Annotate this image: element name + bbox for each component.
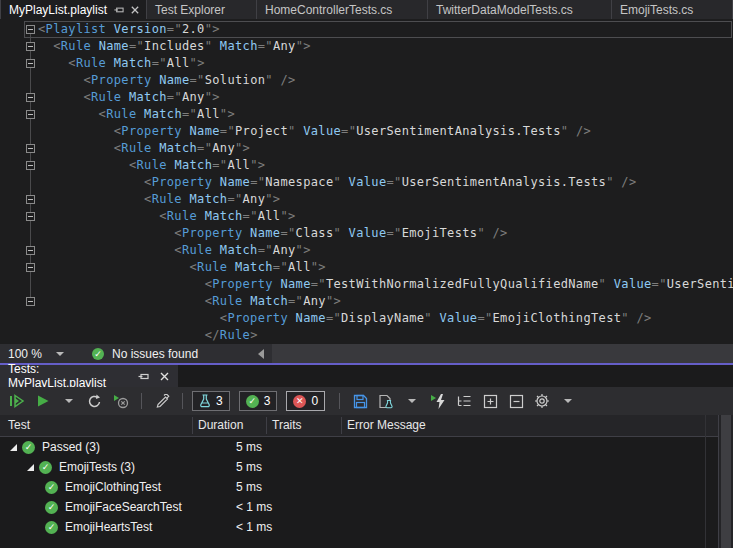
- code-line-13[interactable]: <Property Name="Class" Value="EmojiTests…: [0, 225, 733, 242]
- run-after-build-button[interactable]: [427, 390, 449, 412]
- test-passed-icon: ✓: [45, 481, 58, 494]
- fold-collapse-icon[interactable]: [26, 110, 35, 119]
- document-tab-5[interactable]: EmojiTests.cs: [612, 0, 733, 19]
- fold-collapse-icon[interactable]: [26, 93, 35, 102]
- pencil-icon: [155, 394, 170, 409]
- failed-tests-counter[interactable]: ✕ 0: [286, 391, 325, 411]
- test-duration: 5 ms: [236, 477, 262, 497]
- document-tab-2[interactable]: Test Explorer: [147, 0, 257, 19]
- fold-collapse-icon[interactable]: [26, 297, 35, 306]
- column-header-error[interactable]: Error Message: [347, 418, 426, 432]
- results-grid-header: Test Duration Traits Error Message: [0, 415, 733, 437]
- passed-tests-counter[interactable]: ✓ 3: [239, 391, 278, 411]
- passed-check-icon: ✓: [246, 395, 259, 408]
- pin-icon[interactable]: [113, 4, 124, 15]
- fold-collapse-icon[interactable]: [26, 195, 35, 204]
- code-text: <Rule Match="All">: [38, 106, 235, 123]
- code-line-19[interactable]: </Rule>: [0, 327, 733, 344]
- horizontal-scrollbar-thumb[interactable]: [272, 344, 733, 363]
- document-tab-label: MyPlayList.playlist: [9, 3, 107, 17]
- test-row-1[interactable]: ✓Passed (3)5 ms: [0, 437, 733, 457]
- code-text: <Property Name="Class" Value="EmojiTests…: [38, 225, 508, 242]
- cancel-run-button[interactable]: [110, 390, 132, 412]
- test-row-2[interactable]: ✓EmojiTests (3)5 ms: [0, 457, 733, 477]
- column-divider[interactable]: [341, 417, 342, 434]
- run-all-tests-button[interactable]: [6, 390, 28, 412]
- expander-expanded-icon[interactable]: [25, 462, 36, 473]
- zoom-selector[interactable]: 100 %: [0, 347, 78, 361]
- document-tab-3[interactable]: HomeControllerTests.cs: [257, 0, 428, 19]
- code-line-16[interactable]: <Property Name="TestWithNormalizedFullyQ…: [0, 276, 733, 293]
- test-label: EmojiTests (3): [59, 460, 135, 474]
- code-line-8[interactable]: <Rule Match="Any">: [0, 140, 733, 157]
- code-line-5[interactable]: <Rule Match="Any">: [0, 89, 733, 106]
- playlist-options-dropdown[interactable]: [401, 390, 423, 412]
- fold-collapse-icon[interactable]: [26, 263, 35, 272]
- failed-tests-count: 0: [311, 394, 318, 408]
- test-passed-icon: ✓: [45, 521, 58, 534]
- code-line-2[interactable]: <Rule Name="Includes" Match="Any">: [0, 38, 733, 55]
- fold-collapse-icon[interactable]: [26, 25, 35, 34]
- close-icon[interactable]: [159, 371, 170, 382]
- code-line-15[interactable]: <Rule Match="All">: [0, 259, 733, 276]
- fold-collapse-icon[interactable]: [26, 42, 35, 51]
- column-divider[interactable]: [192, 417, 193, 434]
- save-playlist-button[interactable]: [349, 390, 371, 412]
- fold-collapse-icon[interactable]: [26, 144, 35, 153]
- code-line-9[interactable]: <Rule Match="All">: [0, 157, 733, 174]
- tests-panel-tab[interactable]: Tests: MyPlayList.playlist: [0, 365, 178, 387]
- pin-icon[interactable]: [137, 370, 149, 382]
- code-line-11[interactable]: <Rule Match="Any">: [0, 191, 733, 208]
- visual-studio-window: MyPlayList.playlistTest ExplorerHomeCont…: [0, 0, 733, 548]
- code-line-10[interactable]: <Property Name="Namespace" Value="UserSe…: [0, 174, 733, 191]
- fold-collapse-icon[interactable]: [26, 212, 35, 221]
- run-dropdown-button[interactable]: [58, 390, 80, 412]
- zoom-level: 100 %: [8, 347, 42, 361]
- playlist-options-button[interactable]: [375, 390, 397, 412]
- gear-icon: [534, 393, 550, 409]
- code-line-14[interactable]: <Rule Match="Any">: [0, 242, 733, 259]
- test-row-3[interactable]: ✓EmojiClothingTest5 ms: [0, 477, 733, 497]
- document-tab-1[interactable]: MyPlayList.playlist: [0, 0, 147, 19]
- document-tab-label: EmojiTests.cs: [620, 3, 693, 17]
- code-line-6[interactable]: <Rule Match="All">: [0, 106, 733, 123]
- document-tab-label: TwitterDataModelTests.cs: [436, 3, 573, 17]
- expand-all-button[interactable]: [479, 390, 501, 412]
- edit-playlist-button[interactable]: [151, 390, 173, 412]
- close-icon[interactable]: [130, 5, 140, 15]
- group-by-button[interactable]: [453, 390, 475, 412]
- fold-collapse-icon[interactable]: [26, 59, 35, 68]
- code-line-3[interactable]: <Rule Match="All">: [0, 55, 733, 72]
- fold-collapse-icon[interactable]: [26, 246, 35, 255]
- total-tests-counter[interactable]: 3: [192, 391, 230, 411]
- code-line-12[interactable]: <Rule Match="All">: [0, 208, 733, 225]
- code-line-17[interactable]: <Rule Match="Any">: [0, 293, 733, 310]
- xml-editor[interactable]: <Playlist Version="2.0"> <Rule Name="Inc…: [0, 19, 733, 344]
- column-header-test[interactable]: Test: [8, 418, 30, 432]
- document-health-indicator[interactable]: ✓ No issues found: [92, 347, 198, 361]
- expander-expanded-icon[interactable]: [8, 442, 19, 453]
- settings-button[interactable]: [531, 390, 553, 412]
- run-tests-button[interactable]: [32, 390, 54, 412]
- test-row-4[interactable]: ✓EmojiFaceSearchTest< 1 ms: [0, 497, 733, 517]
- code-text: <Rule Name="Includes" Match="Any">: [38, 38, 311, 55]
- column-header-duration[interactable]: Duration: [198, 418, 243, 432]
- column-header-traits[interactable]: Traits: [272, 418, 302, 432]
- fold-collapse-icon[interactable]: [26, 161, 35, 170]
- code-line-18[interactable]: <Property Name="DisplayName" Value="Emoj…: [0, 310, 733, 327]
- column-divider[interactable]: [266, 417, 267, 434]
- code-line-7[interactable]: <Property Name="Project" Value="UserSent…: [0, 123, 733, 140]
- code-line-4[interactable]: <Property Name="Solution" />: [0, 72, 733, 89]
- document-tab-4[interactable]: TwitterDataModelTests.cs: [428, 0, 612, 19]
- horizontal-scrollbar[interactable]: [250, 344, 733, 363]
- scroll-left-icon[interactable]: [258, 349, 264, 359]
- settings-dropdown[interactable]: [557, 390, 579, 412]
- code-line-1[interactable]: <Playlist Version="2.0">: [0, 21, 733, 38]
- toolbar-separator: [339, 393, 340, 409]
- repeat-last-run-button[interactable]: [84, 390, 106, 412]
- test-row-5[interactable]: ✓EmojiHeartsTest< 1 ms: [0, 517, 733, 537]
- vertical-scrollbar[interactable]: [718, 415, 733, 548]
- collapse-all-button[interactable]: [505, 390, 527, 412]
- code-text: <Rule Match="All">: [38, 157, 265, 174]
- vertical-scrollbar-thumb[interactable]: [721, 415, 731, 548]
